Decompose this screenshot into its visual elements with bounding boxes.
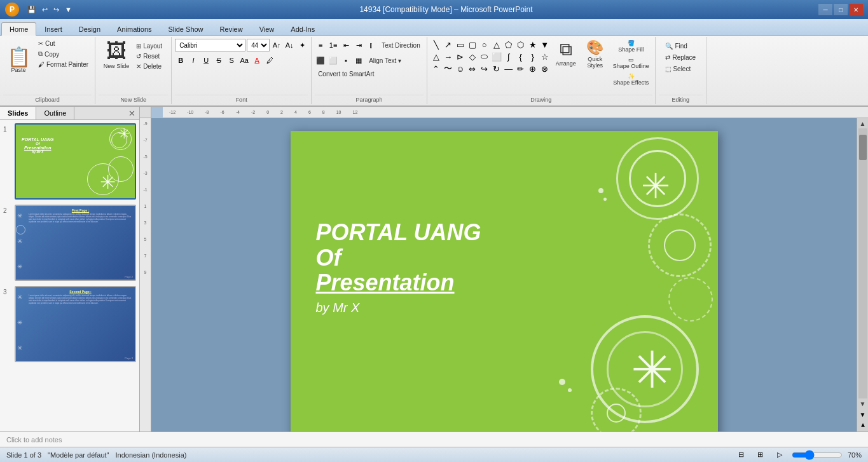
slide-canvas-wrapper[interactable]: ✳ ✳ <box>151 118 857 431</box>
increase-indent-button[interactable]: ⇥ <box>353 39 364 51</box>
shape-fill-button[interactable]: 🪣 Shape Fill <box>610 39 652 54</box>
slide-item-2[interactable]: 2 ✳ ✳ ✳ First Page : Lorem ipsum dolor s… <box>3 205 136 281</box>
shape-chevron[interactable]: ⌃ <box>431 63 442 74</box>
numbered-list-button[interactable]: 1≡ <box>327 39 339 51</box>
shape-circle[interactable]: ○ <box>479 39 490 50</box>
copy-button[interactable]: ⧉ Copy <box>35 49 92 59</box>
shape-connector[interactable]: — <box>503 63 514 74</box>
redo-button[interactable]: ↪ <box>52 4 61 15</box>
cut-button[interactable]: ✂ Cut <box>35 39 92 48</box>
columns-button[interactable]: ⫿ <box>366 39 377 51</box>
shape-brace[interactable]: } <box>527 51 539 62</box>
tab-review[interactable]: Review <box>212 22 251 35</box>
shape-process[interactable]: ⊳ <box>455 51 466 62</box>
delete-button[interactable]: ✕ Delete <box>133 62 165 71</box>
shape-outline-button[interactable]: ▭ Shape Outline <box>610 55 652 71</box>
shape-wave[interactable]: 〜 <box>443 63 454 74</box>
layout-button[interactable]: ⊞ Layout <box>133 41 165 51</box>
panel-close-button[interactable]: ✕ <box>125 107 139 119</box>
underline-button[interactable]: U <box>200 54 212 67</box>
bullet-list-button[interactable]: ≡ <box>315 39 326 51</box>
shape-curve[interactable]: ∫ <box>503 51 514 62</box>
shape-rect[interactable]: ▭ <box>455 39 466 50</box>
font-name-select[interactable]: CalibriArialTimes New Roman <box>175 39 245 51</box>
align-center-button[interactable]: ⬜ <box>327 54 339 67</box>
tab-home[interactable]: Home <box>1 22 36 36</box>
shape-free[interactable]: ✏ <box>515 63 527 74</box>
save-button[interactable]: 💾 <box>25 4 38 15</box>
shape-smile[interactable]: ☺ <box>455 63 466 74</box>
slides-tab[interactable]: Slides <box>0 107 36 119</box>
tab-design[interactable]: Design <box>71 22 109 35</box>
strikethrough-button[interactable]: S <box>213 54 224 67</box>
expand-up-button[interactable]: ▼ <box>860 420 866 431</box>
expand-button[interactable]: ▼ <box>860 409 866 420</box>
arrange-button[interactable]: ⧉ Arrange <box>552 39 580 82</box>
shape-star[interactable]: ★ <box>527 39 539 50</box>
tab-addins[interactable]: Add-Ins <box>282 22 323 35</box>
maximize-button[interactable]: □ <box>834 4 848 15</box>
justify-button[interactable]: ▦ <box>353 54 364 67</box>
select-button[interactable]: ⬚ Select <box>662 64 694 74</box>
shape-arrow[interactable]: ↗ <box>443 39 454 50</box>
tab-slideshow[interactable]: Slide Show <box>160 22 212 35</box>
outline-tab[interactable]: Outline <box>36 107 74 119</box>
bold-button[interactable]: B <box>175 54 186 67</box>
zoom-slider[interactable] <box>792 451 843 459</box>
font-color-button[interactable]: A <box>251 54 263 67</box>
change-case-button[interactable]: Aa <box>238 54 250 67</box>
quick-styles-button[interactable]: 🎨 Quick Styles <box>581 39 609 82</box>
italic-button[interactable]: I <box>188 54 199 67</box>
shape-extra1[interactable]: ⊕ <box>527 63 539 74</box>
convert-smartart-button[interactable]: Convert to SmartArt <box>315 69 377 79</box>
shape-pentagon[interactable]: ⬠ <box>503 39 514 50</box>
find-button[interactable]: 🔍 Find <box>662 41 690 51</box>
shape-callout[interactable]: △ <box>431 51 442 62</box>
shape-cube[interactable]: ⬜ <box>491 51 502 62</box>
shape-custom[interactable]: ☆ <box>539 51 551 62</box>
shape-triangle[interactable]: △ <box>491 39 502 50</box>
undo-button[interactable]: ↩ <box>40 4 50 15</box>
minimize-button[interactable]: ─ <box>818 4 832 15</box>
right-scrollbar[interactable]: ▲ ▼ ▼ ▼ <box>857 118 868 431</box>
shape-double-arrow[interactable]: ⇔ <box>467 63 478 74</box>
language-info[interactable]: Indonesian (Indonesia) <box>116 451 187 459</box>
align-text-button[interactable]: Align Text ▾ <box>366 56 404 65</box>
new-slide-button[interactable]: 🖼 New Slide <box>101 39 132 82</box>
shape-effects-button[interactable]: ✨ Shape Effects <box>610 72 652 87</box>
clear-format-button[interactable]: ✦ <box>296 39 308 51</box>
close-button[interactable]: ✕ <box>849 4 863 15</box>
tab-insert[interactable]: Insert <box>36 22 71 35</box>
shape-circular-arrow[interactable]: ↻ <box>491 63 502 74</box>
shape-hexagon[interactable]: ⬡ <box>515 39 527 50</box>
shape-right-arrow[interactable]: → <box>443 51 454 62</box>
format-painter-button[interactable]: 🖌 Format Painter <box>35 60 92 69</box>
tab-animations[interactable]: Animations <box>109 22 160 35</box>
text-direction-button[interactable]: Text Direction <box>378 41 424 50</box>
reset-button[interactable]: ↺ Reset <box>133 51 165 61</box>
font-size-select[interactable]: 44362824 <box>247 39 270 51</box>
increase-font-button[interactable]: A↑ <box>271 39 282 51</box>
notes-area[interactable]: Click to add notes <box>0 431 868 447</box>
shape-more[interactable]: ▼ <box>539 39 551 50</box>
shape-line[interactable]: ╲ <box>431 39 442 50</box>
slideshow-button[interactable]: ▷ <box>773 449 787 461</box>
shape-diamond[interactable]: ◇ <box>467 51 478 62</box>
qat-dropdown-button[interactable]: ▼ <box>63 4 74 15</box>
tab-view[interactable]: View <box>251 22 283 35</box>
paste-button[interactable]: 📋 Paste <box>3 39 34 82</box>
shape-cylinder[interactable]: ⬭ <box>479 51 490 62</box>
slide-item-1[interactable]: 1 ✳ ✳ PORTAL UANG Of Presentation <box>3 123 136 200</box>
shadow-button[interactable]: S <box>226 54 237 67</box>
scroll-thumb[interactable] <box>859 135 867 160</box>
normal-view-button[interactable]: ⊟ <box>734 449 748 461</box>
shape-bracket[interactable]: { <box>515 51 527 62</box>
decrease-font-button[interactable]: A↓ <box>284 39 295 51</box>
scroll-up-arrow[interactable]: ▲ <box>858 118 868 128</box>
scroll-down-arrow[interactable]: ▼ <box>858 398 868 409</box>
replace-button[interactable]: ⇄ Replace <box>662 53 699 62</box>
highlight-button[interactable]: 🖊 <box>264 54 275 67</box>
shape-extra2[interactable]: ⊗ <box>539 63 551 74</box>
shape-round-rect[interactable]: ▢ <box>467 39 478 50</box>
align-right-button[interactable]: ▪ <box>340 54 352 67</box>
